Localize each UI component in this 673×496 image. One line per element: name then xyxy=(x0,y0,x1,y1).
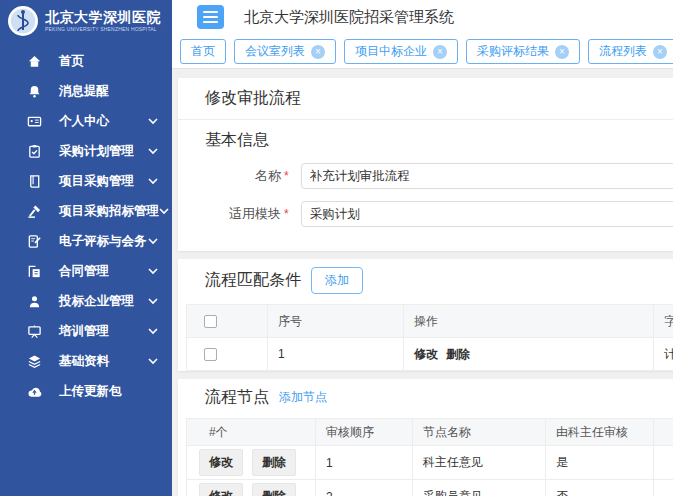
cell-actions: 修改删除 xyxy=(187,480,316,496)
card-match-conditions: 流程匹配条件 添加 序号 操作 字 1 xyxy=(178,259,673,371)
sidebar-item-training[interactable]: 培训管理 xyxy=(0,316,172,346)
page-title: 修改审批流程 xyxy=(178,78,673,120)
delete-button[interactable]: 删除 xyxy=(252,449,296,476)
sidebar-item-label: 投标企业管理 xyxy=(59,293,134,310)
topbar: 北京大学深圳医院招采管理系统 xyxy=(172,0,673,34)
required-asterisk: * xyxy=(284,207,289,221)
cell-order: 1 xyxy=(316,446,413,480)
col-header-node-name: 节点名称 xyxy=(413,419,546,446)
process-nodes-table: #个 审核顺序 节点名称 由科主任审核 修改删除 1 科主任意见 是 xyxy=(186,418,673,496)
gavel-icon xyxy=(26,203,42,219)
section-title-basic-info: 基本信息 xyxy=(205,130,673,151)
tab-meeting-room-list[interactable]: 会议室列表 xyxy=(234,39,336,64)
module-field-label: 适用模块 xyxy=(205,205,281,223)
table-header-row: 序号 操作 字 xyxy=(187,305,673,338)
edit-button[interactable]: 修改 xyxy=(199,483,243,496)
cell-empty xyxy=(654,480,673,496)
sidebar-item-label: 培训管理 xyxy=(59,323,109,340)
sidebar-item-label: 上传更新包 xyxy=(59,383,122,400)
form-row-module: 适用模块* xyxy=(205,201,673,227)
delete-link[interactable]: 删除 xyxy=(446,347,470,361)
page-content: 修改审批流程 基本信息 名称* 适用模块* 流程匹配条件 添加 xyxy=(172,69,673,496)
contract-icon xyxy=(26,263,42,279)
tab-label: 项目中标企业 xyxy=(355,43,427,60)
card-process-nodes: 流程节点 添加节点 #个 审核顺序 节点名称 由科主任审核 xyxy=(178,379,673,496)
row-checkbox[interactable] xyxy=(204,348,217,361)
sidebar-menu: 首页 消息提醒 个人中心 采购计划管理 项目采购管理 项目采购招标管理 xyxy=(0,42,172,406)
sidebar-item-messages[interactable]: 消息提醒 xyxy=(0,76,172,106)
name-field-label: 名称 xyxy=(205,167,281,185)
sidebar-item-label: 个人中心 xyxy=(59,113,109,130)
sidebar: 北京大学深圳医院 PEKING UNIVERSITY SHENZHEN HOSP… xyxy=(0,0,172,496)
file-edit-icon xyxy=(26,233,42,249)
tab-bar: 首页 会议室列表 项目中标企业 采购评标结果 流程列表 流程 xyxy=(172,34,673,69)
hospital-logo: 北京大学深圳医院 PEKING UNIVERSITY SHENZHEN HOSP… xyxy=(0,0,172,42)
tab-process-list[interactable]: 流程列表 xyxy=(588,39,673,64)
section-title-match-conditions: 流程匹配条件 xyxy=(205,270,301,291)
tab-home[interactable]: 首页 xyxy=(180,39,226,64)
sidebar-item-label: 消息提醒 xyxy=(59,83,109,100)
table-row: 1 修改删除 计 xyxy=(187,338,673,371)
user-icon xyxy=(26,293,42,309)
chevron-down-icon xyxy=(148,298,158,305)
col-header-empty xyxy=(654,419,673,446)
cell-actions: 修改删除 xyxy=(404,338,654,371)
cell-node-name: 采购员意见 xyxy=(413,480,546,496)
col-header-partial: 字 xyxy=(654,305,673,338)
module-field[interactable] xyxy=(301,201,673,227)
close-icon[interactable] xyxy=(433,45,447,59)
chevron-down-icon xyxy=(159,208,169,215)
close-icon[interactable] xyxy=(653,45,667,59)
menu-toggle-button[interactable] xyxy=(197,5,224,29)
app-title: 北京大学深圳医院招采管理系统 xyxy=(244,8,454,27)
cell-dept-head: 否 xyxy=(546,480,654,496)
sidebar-item-contract-management[interactable]: 合同管理 xyxy=(0,256,172,286)
chevron-down-icon xyxy=(148,268,158,275)
col-header-order: 审核顺序 xyxy=(316,419,413,446)
required-asterisk: * xyxy=(284,169,289,183)
chevron-down-icon xyxy=(148,358,158,365)
cell-node-name: 科主任意见 xyxy=(413,446,546,480)
edit-link[interactable]: 修改 xyxy=(414,347,438,361)
tab-winning-enterprise[interactable]: 项目中标企业 xyxy=(344,39,458,64)
sidebar-item-personal-center[interactable]: 个人中心 xyxy=(0,106,172,136)
tab-label: 会议室列表 xyxy=(245,43,305,60)
cell-partial: 计 xyxy=(654,338,673,371)
hospital-name: 北京大学深圳医院 xyxy=(45,10,161,24)
sidebar-item-project-purchase[interactable]: 项目采购管理 xyxy=(0,166,172,196)
table-row: 修改删除 1 科主任意见 是 xyxy=(187,446,673,480)
sidebar-item-bidder-enterprise[interactable]: 投标企业管理 xyxy=(0,286,172,316)
sidebar-item-upload-package[interactable]: 上传更新包 xyxy=(0,376,172,406)
bell-icon xyxy=(26,83,42,99)
sidebar-item-label: 项目采购管理 xyxy=(59,173,134,190)
layers-icon xyxy=(26,353,42,369)
card-basic-info: 修改审批流程 基本信息 名称* 适用模块* xyxy=(178,78,673,251)
tab-evaluation-result[interactable]: 采购评标结果 xyxy=(466,39,580,64)
sidebar-item-e-evaluation[interactable]: 电子评标与会务 xyxy=(0,226,172,256)
col-header-index: #个 xyxy=(187,419,316,446)
close-icon[interactable] xyxy=(555,45,569,59)
form-row-name: 名称* xyxy=(205,163,673,189)
add-node-link[interactable]: 添加节点 xyxy=(279,389,327,406)
col-header-seq: 序号 xyxy=(268,305,404,338)
name-field[interactable] xyxy=(301,163,673,189)
sidebar-item-basic-data[interactable]: 基础资料 xyxy=(0,346,172,376)
close-icon[interactable] xyxy=(311,45,325,59)
chevron-down-icon xyxy=(148,118,158,125)
sidebar-item-bidding-management[interactable]: 项目采购招标管理 xyxy=(0,196,172,226)
delete-button[interactable]: 删除 xyxy=(252,483,296,496)
sidebar-item-label: 采购计划管理 xyxy=(59,143,134,160)
sidebar-item-purchase-plan[interactable]: 采购计划管理 xyxy=(0,136,172,166)
hospital-emblem-icon xyxy=(7,5,39,37)
add-condition-button[interactable]: 添加 xyxy=(311,267,363,294)
tab-label: 首页 xyxy=(191,43,215,60)
match-conditions-table: 序号 操作 字 1 修改删除 计 xyxy=(186,304,673,371)
sidebar-item-label: 电子评标与会务 xyxy=(59,233,147,250)
table-header-row: #个 审核顺序 节点名称 由科主任审核 xyxy=(187,419,673,446)
cell-empty xyxy=(654,446,673,480)
sidebar-item-home[interactable]: 首页 xyxy=(0,46,172,76)
select-all-checkbox[interactable] xyxy=(204,315,217,328)
sidebar-item-label: 基础资料 xyxy=(59,353,109,370)
id-card-icon xyxy=(26,113,42,129)
edit-button[interactable]: 修改 xyxy=(199,449,243,476)
